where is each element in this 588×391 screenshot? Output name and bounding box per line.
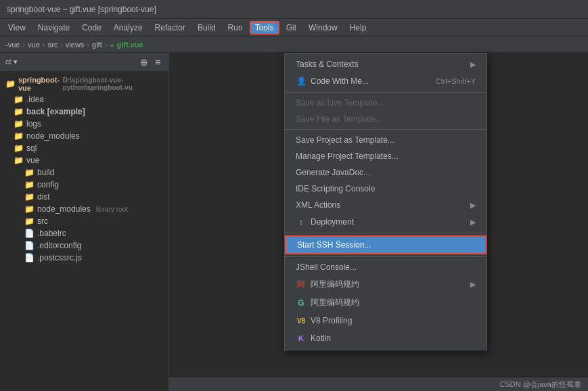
label-logs: logs: [26, 119, 41, 129]
folder-icon-dist: 📁: [24, 192, 35, 202]
tree-item-build[interactable]: 📁 build: [0, 166, 168, 179]
label-sql: sql: [26, 143, 37, 153]
folder-icon-logs: 📁: [14, 119, 24, 129]
tree-root[interactable]: 📁 springboot-vue D:\springboot-vue-pytho…: [0, 74, 168, 93]
manage-templates-label: Manage Project Templates...: [296, 152, 399, 161]
tree-item-logs[interactable]: 📁 logs: [0, 118, 168, 130]
menu-kotlin[interactable]: K Kotlin: [285, 329, 487, 347]
kotlin-label: Kotlin: [311, 334, 331, 343]
deployment-label: Deployment: [311, 217, 354, 227]
tree-item-sql[interactable]: 📁 sql: [0, 142, 168, 154]
breadcrumb-gift[interactable]: gift: [92, 41, 102, 49]
menu-analyze[interactable]: Analyze: [108, 21, 148, 34]
breadcrumb-vue-prefix: -vue: [5, 41, 20, 49]
label-build: build: [37, 168, 54, 177]
kotlin-icon: K: [296, 333, 307, 344]
main-layout: ct ▾ ⊕ ≡ 📁 springboot-vue D:\springboot-…: [0, 53, 588, 391]
menu-git[interactable]: Git: [281, 21, 302, 34]
root-folder-icon: 📁: [5, 79, 16, 89]
menu-deployment[interactable]: ↕ Deployment ▶: [285, 213, 487, 231]
ide-scripting-label: IDE Scripting Console: [296, 184, 375, 193]
menu-generate-javadoc[interactable]: Generate JavaDoc...: [285, 164, 487, 181]
menu-save-project-template[interactable]: Save Project as Template...: [285, 132, 487, 148]
bottom-bar: CSDN @会java的怪蜀黍: [169, 377, 588, 391]
code-with-me-icon: 👤: [296, 76, 307, 87]
label-back: back [example]: [26, 107, 85, 116]
tree-item-postcssrc[interactable]: 📄 .postcssrc.js: [0, 252, 168, 264]
label-node-modules-lib: node_modules: [37, 204, 91, 214]
label-src: src: [37, 216, 48, 226]
menu-save-live-template: Save as Live Template...: [285, 95, 487, 111]
label-config: config: [37, 180, 59, 189]
tree-item-vue[interactable]: 📁 vue: [0, 154, 168, 166]
menu-manage-templates[interactable]: Manage Project Templates...: [285, 148, 487, 164]
title-text: springboot-vue – gift.vue [springboot-vu…: [7, 5, 156, 14]
menu-refactor[interactable]: Refactor: [150, 21, 191, 34]
menu-help[interactable]: Help: [344, 21, 372, 34]
deployment-icon: ↕: [296, 216, 307, 227]
label-babelrc: .babelrc: [37, 229, 66, 238]
groovy-label: 阿里编码规约: [311, 297, 359, 308]
menu-navigate[interactable]: Navigate: [32, 21, 75, 34]
menu-tasks-contexts[interactable]: Tasks & Contexts ▶: [285, 56, 487, 72]
tree-item-editorconfig[interactable]: 📄 .editorconfig: [0, 239, 168, 252]
menu-groovy[interactable]: G 阿里编码规约: [285, 294, 487, 312]
menu-tools[interactable]: Tools: [250, 21, 279, 34]
save-live-template-label: Save as Live Template...: [296, 98, 384, 108]
v8-icon: V8: [296, 315, 307, 326]
code-with-me-label: Code With Me...: [311, 76, 369, 86]
generate-javadoc-label: Generate JavaDoc...: [296, 168, 370, 177]
tree-item-babelrc[interactable]: 📄 .babelrc: [0, 227, 168, 239]
alibaba-arrow: ▶: [470, 280, 476, 289]
save-file-template-label: Save File as Template...: [296, 114, 382, 124]
menu-window[interactable]: Window: [303, 21, 343, 34]
tree-item-node-modules-lib[interactable]: 📁 node_modules library root: [0, 203, 168, 215]
menu-code[interactable]: Code: [76, 21, 107, 34]
folder-icon-config: 📁: [24, 180, 35, 189]
tree-item-idea[interactable]: 📁 .idea: [0, 93, 168, 106]
settings-icon[interactable]: ≡: [152, 57, 163, 68]
menu-start-ssh[interactable]: Start SSH Session...: [285, 235, 487, 254]
file-icon-babelrc: 📄: [24, 229, 35, 238]
menu-save-file-template: Save File as Template...: [285, 111, 487, 127]
sidebar-toolbar-right: ⊕ ≡: [139, 57, 163, 68]
menu-bar: View Navigate Code Analyze Refactor Buil…: [0, 19, 588, 37]
xml-actions-label: XML Actions: [296, 200, 340, 210]
menu-ide-scripting[interactable]: IDE Scripting Console: [285, 181, 487, 197]
label-postcssrc: .postcssrc.js: [37, 253, 82, 262]
alibaba-label: 阿里编码规约: [311, 279, 359, 290]
add-content-icon[interactable]: ⊕: [139, 57, 150, 68]
label-vue: vue: [26, 156, 39, 165]
label-idea: .idea: [26, 95, 44, 104]
folder-icon-vue: 📁: [14, 156, 24, 165]
menu-jshell[interactable]: JShell Console...: [285, 259, 487, 275]
watermark-text: CSDN @会java的怪蜀黍: [499, 380, 581, 390]
file-icon-postcssrc: 📄: [24, 253, 35, 262]
sidebar: ct ▾ ⊕ ≡ 📁 springboot-vue D:\springboot-…: [0, 53, 169, 391]
breadcrumb-src[interactable]: src: [48, 41, 58, 49]
breadcrumb-gift-vue[interactable]: ⬦ gift.vue: [110, 41, 143, 49]
file-icon-editorconfig: 📄: [24, 241, 35, 250]
sep-4: [285, 256, 487, 257]
tools-dropdown-menu: Tasks & Contexts ▶ 👤 Code With Me... Ctr…: [284, 53, 487, 350]
breadcrumb-vue[interactable]: vue: [28, 41, 40, 49]
alibaba-icon: 阿: [296, 279, 307, 290]
menu-view[interactable]: View: [3, 21, 31, 34]
tasks-arrow: ▶: [470, 60, 476, 69]
content-area: Tasks & Contexts ▶ 👤 Code With Me... Ctr…: [169, 53, 588, 391]
menu-v8[interactable]: V8 V8 Profiling: [285, 312, 487, 329]
v8-label: V8 Profiling: [311, 316, 352, 325]
folder-icon-sql: 📁: [14, 143, 24, 153]
tree-item-back[interactable]: 📁 back [example]: [0, 106, 168, 118]
menu-run[interactable]: Run: [223, 21, 248, 34]
menu-code-with-me[interactable]: 👤 Code With Me... Ctrl+Shift+Y: [285, 72, 487, 90]
tree-item-src[interactable]: 📁 src: [0, 215, 168, 227]
tree-item-config[interactable]: 📁 config: [0, 179, 168, 191]
menu-build[interactable]: Build: [192, 21, 221, 34]
menu-xml-actions[interactable]: XML Actions ▶: [285, 197, 487, 213]
menu-alibaba[interactable]: 阿 阿里编码规约 ▶: [285, 275, 487, 294]
tree-item-dist[interactable]: 📁 dist: [0, 191, 168, 203]
label-dist: dist: [37, 192, 50, 202]
breadcrumb-views[interactable]: views: [66, 41, 85, 49]
tree-item-node-modules-root[interactable]: 📁 node_modules: [0, 130, 168, 142]
